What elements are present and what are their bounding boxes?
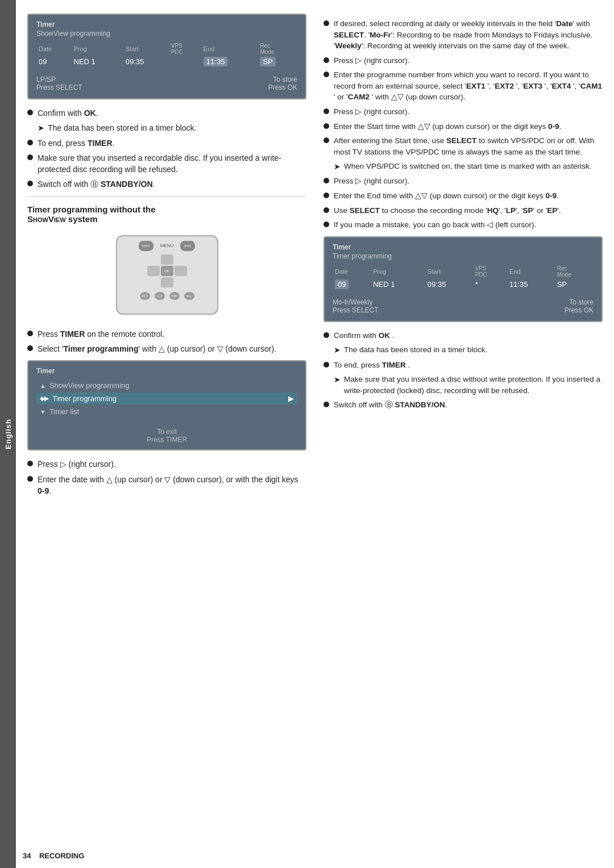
list-item: ➤ The data has been stored in a timer bl… [334,344,603,356]
list-item: ➤ When VPS/PDC is switched on, the start… [334,161,603,172]
list-item: Use SELECT to choose the recording mode … [323,205,603,216]
bullets-group-2: Press TIMER on the remote control. Selec… [27,328,306,355]
col-prog: Prog [72,42,123,56]
col-start: Start [123,42,169,56]
list-item: To end, press TIMER. [27,137,306,149]
bullet-icon [27,476,33,482]
list-item: Press ▷ (right cursor). [323,55,603,66]
select-button: SEL [184,292,194,300]
row-end: 11:35 [201,56,258,68]
row-asterisk: * [473,278,507,290]
col-end2: End [507,265,555,278]
row-start2: 09:35 [425,278,473,290]
screen1-title: Timer [36,20,297,28]
dpad: OK [147,254,187,287]
bullet-icon [323,20,329,26]
menu-label: MENU [160,243,174,248]
table-row: 09 NED 1 09:35 11:35 SP [36,56,297,68]
bullet-icon [323,193,329,198]
list-item: Switch off with Ⓑ STANDBY/ON. [27,178,306,190]
list-item: Select 'Timer programming' with △ (up cu… [27,343,306,354]
dpad-left [147,266,160,276]
screen1-footer: LP/SP Press SELECT To store Press OK [36,76,297,91]
menu-item-timer-programming[interactable]: ◆▶ Timer programming ▶ [36,393,297,404]
col-start2: Start [425,265,473,278]
col-mode2: RecMode [555,265,594,278]
bullet-icon [27,155,33,160]
bullet-icon [323,332,329,338]
mode-highlight: SP [260,57,275,66]
menu-screen-title: Timer [36,367,297,375]
right-bullets-group-2: Confirm with OK . ➤ The data has been st… [323,330,603,411]
list-item: After entering the Start time, use SELEC… [323,135,603,157]
row-mode: SP [258,56,297,68]
col-vps2: VPSPDC [473,265,507,278]
table-row: 09 NED 1 09:35 * 11:35 SP [333,278,594,290]
sidebar: English [0,0,16,868]
bullet-icon [323,137,329,143]
remote-control-image: DISC MENU SYS OK RET CLR TMR SEL [105,229,230,320]
col-date: Date [36,42,72,56]
timer-prog-icon: ◆▶ [40,395,49,402]
bullets-group-1: Confirm with OK. ➤ The data has been sto… [27,107,306,190]
list-item: Press ▷ (right cursor). [27,458,306,470]
bullet-icon [323,178,329,183]
row-date: 09 [36,56,72,68]
menu-item-timer-list: ▼ Timer list [36,406,297,418]
list-item: Enter the date with △ (up cursor) or ▽ (… [27,474,306,497]
timer-prog-screen: Timer Timer programming Date Prog Start … [323,236,603,322]
section-heading: Timer programming without theShowView sy… [27,205,306,224]
row-mode2: SP [555,278,594,290]
menu-item-showview: ▲ ShowView programming [36,379,297,391]
bullet-icon [323,362,329,368]
list-item: Enter the End time with △▽ (up down curs… [323,190,603,202]
timer-button: TMR [169,292,180,300]
clear-button: CLR [155,292,165,300]
list-item: Confirm with OK . [323,330,603,341]
list-item: To end, press TIMER . [323,360,603,371]
remote-bottom-buttons: RET CLR TMR SEL [140,292,194,300]
page-number: 34 RECORDING [23,852,84,860]
dpad-up [161,254,173,265]
menu-screen: Timer ▲ ShowView programming ◆▶ Timer pr… [27,360,306,450]
row-start: 09:35 [123,56,169,68]
end-highlight: 11:35 [204,57,228,66]
menu-footer: To exit Press TIMER [36,428,297,444]
dpad-right [175,266,187,276]
disc-button: DISC [139,241,154,251]
footer2-left: Mo-fr/Weekly Press SELECT [333,298,379,314]
col-vps: VPSPDC [169,42,201,56]
return-button: RET [140,292,150,300]
left-column: Timer ShowView programming Date Prog Sta… [27,14,306,502]
showview-icon: ▲ [40,382,46,389]
footer2-right: To store Press OK [565,298,594,314]
col-end: End [201,42,258,56]
footer-left: LP/SP Press SELECT [36,76,82,91]
bullet-icon [323,108,329,114]
screen1-subtitle: ShowView programming [36,30,297,37]
bullets-group-3: Press ▷ (right cursor). Enter the date w… [27,458,306,496]
col-date2: Date [333,265,371,278]
list-item: If you made a mistake, you can go back w… [323,219,603,231]
row-date2: 09 [333,278,371,290]
col-mode: RecMode [258,42,297,56]
row-prog: NED 1 [72,56,123,68]
bullet-icon [323,123,329,129]
bullet-icon [27,345,33,351]
bullet-icon [27,181,33,186]
divider [27,196,306,197]
row-end2: 11:35 [507,278,555,290]
footer-right: To store Press OK [268,76,297,91]
screen1-table: Date Prog Start VPSPDC End RecMode 09 NE… [36,42,297,68]
list-item: Press ▷ (right cursor). [323,176,603,187]
arrow-right-icon: ▶ [288,394,294,403]
list-item: Enter the programme number from which yo… [323,69,603,103]
bullet-icon [323,402,329,407]
row-prog2: NED 1 [371,278,425,290]
remote-top-buttons: DISC MENU SYS [139,241,196,251]
sidebar-label: English [4,419,13,449]
remote-body: DISC MENU SYS OK RET CLR TMR SEL [116,235,218,315]
list-item: ➤ The data has been stored in a timer bl… [38,122,306,133]
list-item: Enter the Start time with △▽ (up down cu… [323,121,603,132]
right-bullets-group-1: If desired, select recording at daily or… [323,18,603,231]
